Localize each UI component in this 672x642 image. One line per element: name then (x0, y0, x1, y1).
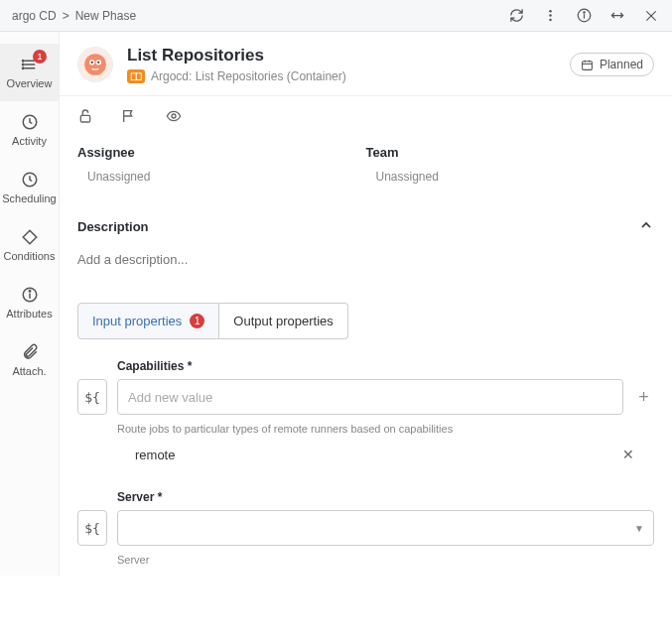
avatar (77, 47, 113, 82)
expand-icon[interactable] (608, 7, 626, 25)
svg-point-1 (549, 14, 552, 17)
calendar-icon (581, 59, 594, 71)
svg-point-23 (97, 62, 99, 64)
nav-badge: 1 (33, 50, 47, 64)
title-col: List Repositories ⎕⎕ Argocd: List Reposi… (127, 46, 570, 83)
description-header: Description (77, 217, 654, 236)
breadcrumb: argo CD > New Phase (12, 9, 507, 23)
breadcrumb-item[interactable]: New Phase (75, 9, 136, 23)
action-row (60, 96, 672, 135)
svg-point-18 (29, 291, 31, 293)
page-title: List Repositories (127, 46, 570, 65)
info-icon[interactable] (575, 7, 593, 25)
status-button[interactable]: Planned (570, 53, 654, 76)
nav-label: Attach. (12, 365, 46, 377)
main: Overview 1 Activity Scheduling Condition… (0, 32, 672, 576)
top-bar: argo CD > New Phase (0, 0, 672, 32)
nav-overview[interactable]: Overview 1 (0, 44, 59, 101)
team-field: Team Unassigned (366, 145, 655, 184)
page-subtitle: ⎕⎕ Argocd: List Repositories (Container) (127, 69, 570, 83)
subtitle-text: Argocd: List Repositories (Container) (151, 69, 346, 83)
container-icon: ⎕⎕ (127, 69, 145, 83)
tabs: Input properties 1 Output properties (77, 303, 672, 339)
fields-row: Assignee Unassigned Team Unassigned (60, 135, 672, 188)
properties-section: Capabilities * ${ + Route jobs to partic… (60, 339, 672, 576)
svg-rect-28 (80, 115, 89, 122)
prop-label-capabilities: Capabilities * (117, 359, 654, 373)
nav-label: Conditions (4, 250, 56, 262)
tab-label: Input properties (92, 314, 182, 328)
variable-button[interactable]: ${ (77, 379, 107, 415)
description-input[interactable] (77, 252, 654, 267)
nav-label: Attributes (6, 308, 52, 320)
chip-text: remote (135, 448, 622, 462)
prop-help-server: Server (117, 554, 654, 566)
tab-input-properties[interactable]: Input properties 1 (77, 303, 219, 339)
svg-point-19 (84, 54, 106, 75)
assignee-field: Assignee Unassigned (77, 145, 366, 184)
server-select[interactable] (117, 510, 654, 546)
svg-point-22 (91, 62, 93, 64)
field-label: Team (366, 145, 655, 160)
nav-label: Overview (7, 77, 53, 89)
svg-point-2 (549, 19, 552, 22)
breadcrumb-sep: > (63, 9, 69, 23)
side-nav: Overview 1 Activity Scheduling Condition… (0, 32, 60, 576)
prop-row-capabilities: ${ + (77, 379, 654, 415)
svg-point-12 (22, 64, 24, 65)
capability-chip: remote ✕ (135, 447, 654, 462)
svg-point-13 (22, 67, 24, 69)
lock-icon[interactable] (77, 108, 93, 127)
variable-button[interactable]: ${ (77, 510, 107, 546)
tab-output-properties[interactable]: Output properties (219, 303, 347, 339)
nav-scheduling[interactable]: Scheduling (0, 159, 59, 216)
nav-label: Activity (12, 135, 47, 147)
svg-point-0 (549, 10, 552, 13)
nav-activity[interactable]: Activity (0, 101, 59, 159)
server-select-wrap: ▼ (117, 510, 654, 546)
prop-row-server: ${ ▼ (77, 510, 654, 546)
chip-remove-icon[interactable]: ✕ (622, 447, 654, 462)
prop-label-server: Server * (117, 490, 654, 504)
svg-point-5 (583, 12, 584, 13)
nav-attach[interactable]: Attach. (0, 331, 59, 389)
close-icon[interactable] (642, 7, 660, 25)
chevron-up-icon[interactable] (638, 217, 654, 236)
refresh-icon[interactable] (507, 7, 525, 25)
watch-icon[interactable] (165, 108, 183, 127)
content: List Repositories ⎕⎕ Argocd: List Reposi… (60, 32, 672, 576)
capabilities-input[interactable] (117, 379, 623, 415)
prop-help-capabilities: Route jobs to particular types of remote… (117, 423, 654, 435)
nav-label: Scheduling (2, 193, 56, 204)
more-icon[interactable] (541, 7, 559, 25)
add-value-button[interactable]: + (633, 379, 654, 415)
description-label: Description (77, 219, 149, 234)
nav-conditions[interactable]: Conditions (0, 216, 59, 274)
svg-point-29 (172, 114, 176, 118)
svg-point-11 (22, 61, 24, 63)
topbar-actions (507, 7, 660, 25)
tab-badge: 1 (190, 314, 204, 328)
field-label: Assignee (77, 145, 366, 160)
header: List Repositories ⎕⎕ Argocd: List Reposi… (60, 32, 672, 96)
flag-icon[interactable] (121, 108, 137, 127)
status-text: Planned (600, 58, 643, 71)
nav-attributes[interactable]: Attributes (0, 274, 59, 331)
breadcrumb-item[interactable]: argo CD (12, 9, 57, 23)
svg-rect-24 (583, 61, 593, 69)
description-section: Description (60, 188, 672, 273)
tab-label: Output properties (233, 314, 333, 328)
field-value[interactable]: Unassigned (77, 170, 366, 184)
field-value[interactable]: Unassigned (366, 170, 655, 184)
